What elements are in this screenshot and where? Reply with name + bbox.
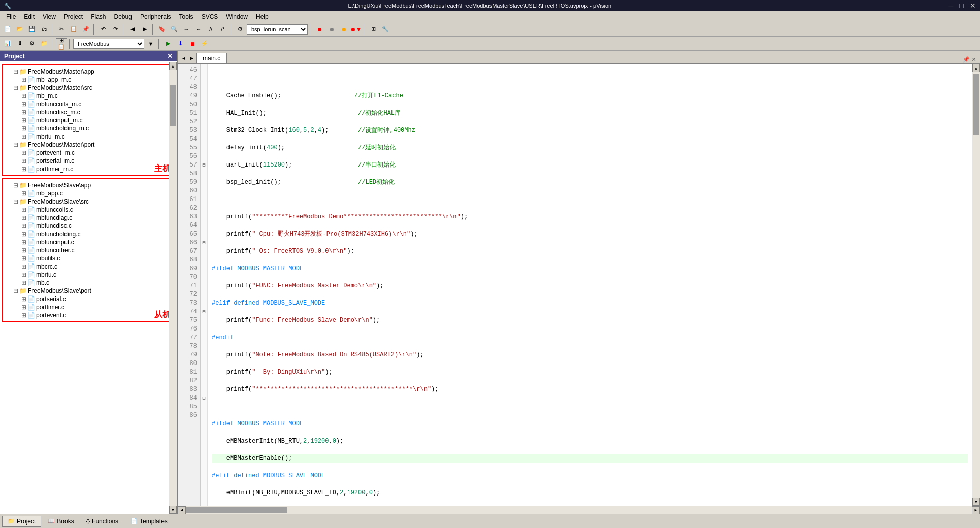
tab-project[interactable]: 📁 Project — [2, 516, 41, 527]
hscroll-right[interactable]: ▶ — [972, 506, 980, 514]
reset-button[interactable]: ⏺ — [338, 24, 349, 35]
menu-svcs[interactable]: SVCS — [198, 12, 222, 21]
save-all-button[interactable]: 🗂 — [39, 24, 50, 35]
tree-folder-slave-port[interactable]: ⊟ 📁 FreeModbus\Slave\port — [4, 287, 173, 295]
tree-file-mbfuncdisc[interactable]: ⊞ 📄 mbfuncdisc.c — [4, 222, 173, 230]
target-dropdown[interactable]: bsp_iorun_scan — [247, 24, 308, 35]
window-btn[interactable]: ⊞ — [368, 24, 379, 35]
tree-file-porttimer-m[interactable]: ⊞ 📄 porttimer_m.c — [4, 165, 173, 173]
editor-scroll-track[interactable] — [972, 72, 980, 498]
tree-file-porttimer[interactable]: ⊞ 📄 porttimer.c — [4, 303, 173, 311]
undo-button[interactable]: ↶ — [97, 24, 109, 35]
download-button[interactable]: ⬇ — [14, 38, 25, 49]
tree-file-portserial-m[interactable]: ⊞ 📄 portserial_m.c — [4, 157, 173, 165]
nav-back-button[interactable]: ◀ — [127, 24, 138, 35]
debug-start-button[interactable]: ▶ — [162, 38, 174, 49]
scroll-track[interactable] — [169, 70, 177, 506]
find-button[interactable]: 🔍 — [169, 24, 180, 35]
flash-download-button[interactable]: ⚡ — [199, 38, 210, 49]
maximize-button[interactable]: □ — [960, 2, 964, 10]
sidebar-content[interactable]: ⊟ 📁 FreeModbus\Master\app ⊞ 📄 mb_app_m.c… — [0, 61, 177, 514]
tree-folder-master-app[interactable]: ⊟ 📁 FreeModbus\Master\app — [4, 68, 173, 76]
minimize-button[interactable]: ─ — [949, 2, 954, 10]
tree-file-mb[interactable]: ⊞ 📄 mb.c — [4, 279, 173, 287]
tree-file-mbfuncother[interactable]: ⊞ 📄 mbfuncother.c — [4, 246, 173, 254]
cut-button[interactable]: ✂ — [56, 24, 67, 35]
open-file-button[interactable]: 📂 — [14, 24, 25, 35]
stop-button[interactable]: ⏺ — [326, 24, 337, 35]
tree-file-mbfuncholding-m[interactable]: ⊞ 📄 mbfuncholding_m.c — [4, 124, 173, 133]
editor-tab-arrow-right[interactable]: ▶ — [188, 53, 196, 63]
copy-button[interactable]: 📋 — [68, 24, 79, 35]
dropdown-arrow[interactable]: ▼ — [145, 38, 156, 49]
redo-button[interactable]: ↷ — [110, 24, 121, 35]
menu-debug[interactable]: Debug — [110, 12, 136, 21]
bookmark-button[interactable]: 🔖 — [156, 24, 168, 35]
hscroll-thumb[interactable] — [186, 507, 287, 513]
menu-edit[interactable]: Edit — [20, 12, 39, 21]
tree-file-mbfuncinput[interactable]: ⊞ 📄 mbfuncinput.c — [4, 238, 173, 246]
scroll-down-arrow[interactable]: ▼ — [169, 506, 177, 514]
project-dropdown[interactable]: FreeModbus — [73, 39, 144, 49]
editor-scroll-thumb[interactable] — [973, 74, 979, 135]
editor-scroll-down[interactable]: ▼ — [972, 498, 980, 506]
settings-button[interactable]: 🔧 — [380, 24, 391, 35]
sidebar-scrollbar[interactable]: ▲ ▼ — [169, 62, 177, 514]
tree-file-mb-app-m[interactable]: ⊞ 📄 mb_app_m.c — [4, 76, 173, 84]
menu-tools[interactable]: Tools — [175, 12, 198, 21]
menu-peripherals[interactable]: Peripherals — [136, 12, 175, 21]
save-button[interactable]: 💾 — [26, 24, 38, 35]
hscroll-left[interactable]: ◀ — [178, 506, 186, 514]
tree-folder-slave-src[interactable]: ⊟ 📁 FreeModbus\Slave\src — [4, 197, 173, 206]
tree-folder-slave-app[interactable]: ⊟ 📁 FreeModbus\Slave\app — [4, 181, 173, 189]
outdent-button[interactable]: ← — [193, 24, 204, 35]
tree-file-mbfuncinput-m[interactable]: ⊞ 📄 mbfuncinput_m.c — [4, 116, 173, 124]
editor-hscrollbar[interactable]: ◀ ▶ — [178, 506, 980, 514]
tree-file-portserial[interactable]: ⊞ 📄 portserial.c — [4, 295, 173, 303]
nav-fwd-button[interactable]: ▶ — [139, 24, 150, 35]
multiproject-button[interactable]: 📁 — [39, 38, 50, 49]
tab-books[interactable]: 📖 Books — [42, 516, 79, 527]
new-file-button[interactable]: 📄 — [2, 24, 13, 35]
tree-file-mbfunccoils[interactable]: ⊞ 📄 mbfunccoils.c — [4, 206, 173, 214]
step-button[interactable]: ⏺▼ — [350, 24, 362, 35]
sidebar-close-button[interactable]: ✕ — [167, 52, 173, 60]
tree-file-mbrtu-m[interactable]: ⊞ 📄 mbrtu_m.c — [4, 133, 173, 141]
editor-scrollbar[interactable]: ▲ ▼ — [972, 64, 980, 506]
download-code-button[interactable]: ⬇ — [175, 38, 186, 49]
comment-button[interactable]: // — [205, 24, 216, 35]
tree-file-portevent[interactable]: ⊞ 📄 portevent.c — [4, 311, 173, 319]
tree-file-portevent-m[interactable]: ⊞ 📄 portevent_m.c — [4, 149, 173, 157]
debug-stop-button[interactable]: ⏹ — [187, 38, 198, 49]
menu-window[interactable]: Window — [222, 12, 252, 21]
tab-main-c[interactable]: main.c — [196, 53, 227, 63]
tree-file-mbfunccoils-m[interactable]: ⊞ 📄 mbfunccoils_m.c — [4, 100, 173, 108]
menu-file[interactable]: File — [2, 12, 20, 21]
manage-button[interactable]: ⊞📋 — [56, 38, 67, 49]
paste-button[interactable]: 📌 — [80, 24, 91, 35]
menu-view[interactable]: View — [39, 12, 60, 21]
tab-templates[interactable]: 📄 Templates — [125, 516, 173, 527]
editor-scroll-up[interactable]: ▲ — [972, 64, 980, 72]
tab-functions[interactable]: {} Functions — [81, 516, 124, 527]
run-button[interactable]: ⏺ — [314, 24, 325, 35]
tree-folder-master-src[interactable]: ⊟ 📁 FreeModbus\Master\src — [4, 84, 173, 92]
target-config-button[interactable]: ⚙ — [26, 38, 38, 49]
tree-file-mbutils[interactable]: ⊞ 📄 mbutils.c — [4, 254, 173, 262]
translate-button[interactable]: 📊 — [2, 38, 13, 49]
hscroll-track[interactable] — [186, 506, 972, 514]
editor-close-tab-button[interactable]: ✕ — [972, 55, 976, 63]
scroll-thumb[interactable] — [170, 85, 176, 126]
uncomment-button[interactable]: /* — [217, 24, 228, 35]
editor-tab-arrow-left[interactable]: ◀ — [180, 53, 188, 63]
indent-button[interactable]: → — [181, 24, 192, 35]
menu-help[interactable]: Help — [252, 12, 273, 21]
scroll-up-arrow[interactable]: ▲ — [169, 62, 177, 70]
close-button[interactable]: ✕ — [970, 2, 976, 10]
tree-file-mbfuncdiag[interactable]: ⊞ 📄 mbfuncdiag.c — [4, 214, 173, 222]
tree-file-mbcrc[interactable]: ⊞ 📄 mbcrc.c — [4, 262, 173, 271]
code-content[interactable]: Cache_Enable(); //打开L1-Cache HAL_Init();… — [208, 64, 972, 506]
menu-flash[interactable]: Flash — [87, 12, 110, 21]
tree-file-mbfuncdisc-m[interactable]: ⊞ 📄 mbfuncdisc_m.c — [4, 108, 173, 116]
tree-folder-master-port[interactable]: ⊟ 📁 FreeModbus\Master\port — [4, 141, 173, 149]
